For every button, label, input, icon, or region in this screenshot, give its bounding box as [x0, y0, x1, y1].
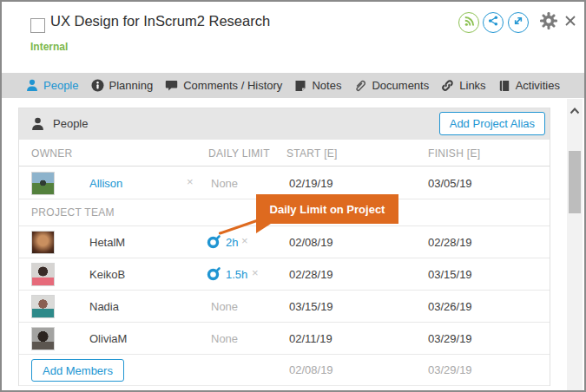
group-label: PROJECT TEAM	[31, 206, 115, 219]
column-start: START [E]	[286, 147, 338, 160]
internal-badge: Internal	[30, 41, 68, 53]
finish-date[interactable]: 03/15/19	[428, 268, 472, 281]
member-name[interactable]: Allison	[89, 177, 122, 190]
table-row-oliviam[interactable]: OliviaM None 02/11/19 03/29/19	[19, 323, 550, 355]
section-title: People	[53, 117, 88, 130]
table-row-hetalm[interactable]: HetalM 2h × 02/08/19 02/28/19	[19, 226, 550, 258]
remove-icon[interactable]: ×	[241, 235, 248, 246]
avatar	[31, 263, 55, 286]
member-name[interactable]: KeikoB	[89, 268, 125, 281]
info-icon	[91, 79, 104, 92]
tab-comments-history[interactable]: Comments / History	[165, 79, 282, 92]
start-date[interactable]: 02/11/19	[289, 332, 333, 345]
expand-button[interactable]	[508, 12, 529, 33]
column-finish: FINISH [E]	[428, 147, 480, 160]
expand-icon	[512, 15, 524, 30]
share-button[interactable]	[483, 12, 504, 33]
tab-planning[interactable]: Planning	[91, 79, 154, 92]
rss-feed-icon	[463, 15, 476, 31]
start-date[interactable]: 02/08/19	[289, 236, 333, 249]
tab-label: People	[43, 79, 78, 92]
rss-feed-button[interactable]	[458, 12, 479, 33]
tab-links[interactable]: Links	[441, 79, 485, 92]
chevron-up-icon	[570, 102, 580, 118]
finish-date[interactable]: 03/05/19	[428, 177, 472, 190]
start-date[interactable]: 02/28/19	[289, 268, 333, 281]
remove-icon[interactable]: ×	[252, 267, 259, 278]
tab-label: Notes	[312, 79, 341, 92]
avatar	[31, 231, 55, 254]
member-name[interactable]: HetalM	[89, 236, 125, 249]
column-owner: OWNER	[31, 147, 73, 160]
settings-button[interactable]	[538, 12, 559, 33]
tab-bar: People Planning Comments / History Notes…	[2, 73, 584, 98]
person-icon	[26, 79, 38, 92]
tab-label: Links	[459, 79, 485, 92]
scroll-up-button[interactable]	[567, 102, 583, 118]
add-project-alias-button[interactable]: Add Project Alias	[439, 112, 545, 135]
paperclip-icon	[353, 79, 366, 92]
tab-notes[interactable]: Notes	[294, 79, 341, 92]
project-finish-date: 03/29/19	[428, 363, 472, 376]
column-daily-limit: DAILY LIMIT	[208, 147, 270, 160]
table-row-keikob[interactable]: KeikoB 1.5h × 02/28/19 03/15/19	[19, 258, 550, 291]
person-icon	[31, 117, 44, 134]
project-dialog: UX Design for InScrum2 Research Internal…	[0, 0, 586, 392]
note-icon	[294, 80, 306, 92]
start-date[interactable]: 03/15/19	[289, 300, 333, 313]
member-name[interactable]: OliviaM	[89, 332, 127, 345]
tab-label: Documents	[372, 79, 429, 92]
start-date[interactable]: 02/19/19	[289, 177, 333, 190]
close-icon	[563, 14, 577, 31]
tab-people[interactable]: People	[26, 79, 78, 92]
remove-icon[interactable]: ×	[187, 176, 194, 187]
member-name[interactable]: Nadia	[89, 300, 119, 313]
scrollbar-track[interactable]	[567, 99, 583, 392]
add-members-button[interactable]: Add Members	[31, 359, 124, 382]
gear-icon	[539, 11, 558, 34]
daily-limit-value[interactable]: None	[211, 177, 238, 190]
daily-limit-timer-icon[interactable]	[207, 265, 221, 284]
avatar	[31, 295, 55, 318]
avatar	[31, 172, 55, 195]
finish-date[interactable]: 03/29/19	[428, 332, 472, 345]
daily-limit-value[interactable]: 1.5h	[226, 268, 247, 281]
daily-limit-value[interactable]: None	[211, 332, 238, 345]
project-start-date: 02/08/19	[289, 363, 333, 376]
scrollbar-thumb[interactable]	[569, 151, 581, 213]
tab-label: Activities	[516, 79, 560, 92]
book-icon	[498, 80, 510, 92]
daily-limit-tooltip: Daily Limit on Project	[256, 194, 398, 224]
daily-limit-value[interactable]: 2h	[226, 236, 238, 249]
share-icon	[487, 15, 499, 30]
table-header-row: OWNER DAILY LIMIT START [E] FINISH [E]	[19, 140, 550, 167]
tab-activities[interactable]: Activities	[498, 79, 560, 92]
people-section-header: People Add Project Alias	[19, 108, 550, 140]
title-checkbox[interactable]	[30, 18, 45, 33]
avatar	[31, 327, 55, 350]
tab-label: Planning	[109, 79, 154, 92]
close-button[interactable]	[562, 14, 579, 31]
table-row-nadia[interactable]: Nadia None 03/15/19 03/26/19	[19, 291, 550, 323]
comment-icon	[165, 80, 178, 92]
daily-limit-timer-icon[interactable]	[207, 233, 221, 252]
finish-date[interactable]: 03/26/19	[428, 300, 472, 313]
page-title: UX Design for InScrum2 Research	[50, 13, 270, 29]
finish-date[interactable]: 02/28/19	[428, 236, 472, 249]
table-footer-row: Add Members 02/08/19 03/29/19	[19, 355, 550, 386]
daily-limit-value[interactable]: None	[211, 300, 238, 313]
people-panel: People Add Project Alias OWNER DAILY LIM…	[18, 108, 550, 386]
tab-documents[interactable]: Documents	[353, 79, 429, 92]
tab-label: Comments / History	[183, 79, 282, 92]
link-icon	[441, 79, 454, 92]
